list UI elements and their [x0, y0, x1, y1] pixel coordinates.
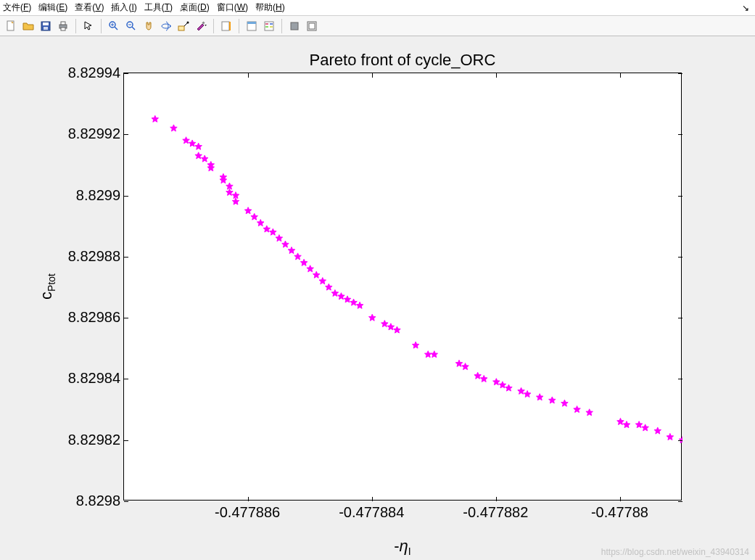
- svg-line-9: [115, 27, 117, 30]
- data-point-star: [257, 220, 264, 226]
- window-corner-icon[interactable]: ↘: [742, 3, 752, 13]
- menubar: 文件(F) 编辑(E) 查看(V) 插入(I) 工具(T) 桌面(D) 窗口(W…: [0, 0, 755, 16]
- data-point-star: [561, 400, 569, 406]
- data-point-star: [623, 421, 630, 428]
- rotate3d-icon[interactable]: [158, 18, 174, 34]
- data-point-star: [319, 278, 326, 284]
- show-tools-icon[interactable]: [304, 18, 320, 34]
- axes-box[interactable]: [123, 73, 682, 501]
- new-file-icon[interactable]: [3, 18, 19, 34]
- svg-rect-6: [61, 22, 65, 25]
- data-point-star: [462, 363, 469, 370]
- menu-window[interactable]: 窗口(W): [217, 1, 248, 14]
- data-point-star: [313, 271, 320, 278]
- x-tick-label: -0.47788: [591, 504, 648, 521]
- save-icon[interactable]: [38, 18, 54, 34]
- y-tick-label: 8.82988: [68, 247, 120, 264]
- x-tick-label: -0.477882: [463, 504, 528, 521]
- data-point-star: [270, 228, 277, 235]
- svg-marker-20: [205, 25, 207, 26]
- toolbar-separator: [101, 19, 102, 33]
- data-point-star: [574, 406, 581, 413]
- data-point-star: [294, 253, 302, 260]
- svg-rect-22: [229, 22, 231, 30]
- toolbar-separator: [213, 19, 214, 33]
- menu-edit[interactable]: 编辑(E): [38, 1, 67, 14]
- figure-canvas[interactable]: Pareto front of cycle_ORC cPtot 8.82988.…: [0, 36, 755, 560]
- data-point-star: [152, 115, 159, 122]
- scatter-layer: [124, 73, 682, 501]
- menu-file[interactable]: 文件(F): [3, 1, 31, 14]
- svg-rect-3: [43, 22, 49, 25]
- y-tick-label: 8.82984: [68, 370, 120, 387]
- data-point-star: [394, 326, 401, 333]
- data-point-star: [586, 409, 593, 416]
- menu-tools[interactable]: 工具(T): [144, 1, 173, 14]
- y-tick-label: 8.82994: [68, 65, 120, 81]
- data-point-star: [506, 384, 513, 391]
- svg-line-13: [132, 27, 135, 30]
- toolbar-separator: [281, 19, 282, 33]
- data-point-star: [326, 284, 333, 290]
- svg-rect-21: [222, 22, 229, 30]
- toolbar-separator: [239, 19, 239, 33]
- data-point-star: [654, 427, 661, 434]
- menu-desktop[interactable]: 桌面(D): [180, 1, 210, 14]
- svg-rect-29: [270, 26, 273, 28]
- svg-rect-24: [247, 22, 256, 24]
- open-file-icon[interactable]: [20, 18, 36, 34]
- data-point-star: [251, 213, 258, 220]
- zoom-out-icon[interactable]: [123, 18, 139, 34]
- y-tick-label: 8.82992: [68, 125, 120, 142]
- menu-help[interactable]: 帮助(H): [255, 1, 285, 14]
- data-point-star: [300, 259, 308, 265]
- data-point-star: [536, 394, 543, 400]
- svg-rect-4: [44, 27, 48, 30]
- toolbar: [0, 16, 755, 36]
- print-icon[interactable]: [55, 18, 71, 34]
- brush-icon[interactable]: [193, 18, 209, 34]
- data-point-star: [667, 434, 674, 440]
- svg-rect-27: [270, 23, 273, 25]
- svg-rect-30: [291, 22, 298, 30]
- data-point-star: [412, 342, 419, 348]
- pan-icon[interactable]: [141, 18, 157, 34]
- data-point-star: [288, 247, 295, 253]
- y-tick-label: 8.82982: [68, 431, 120, 448]
- svg-rect-26: [265, 23, 268, 25]
- data-cursor-icon[interactable]: [176, 18, 191, 34]
- data-point-star: [220, 177, 227, 184]
- data-point-star: [549, 397, 556, 403]
- data-point-star: [431, 351, 438, 358]
- svg-point-18: [187, 21, 189, 23]
- data-point-star: [356, 302, 363, 308]
- data-point-star: [276, 235, 283, 242]
- watermark: https://blog.csdn.net/weixin_43940314: [601, 547, 749, 557]
- data-point-star: [207, 165, 215, 171]
- data-point-star: [368, 314, 376, 321]
- data-point-star: [201, 155, 208, 162]
- data-point-star: [195, 143, 202, 149]
- svg-rect-28: [265, 26, 268, 28]
- data-point-star: [424, 351, 432, 358]
- hide-tools-icon[interactable]: [286, 18, 302, 34]
- data-point-star: [307, 265, 314, 272]
- data-point-star: [480, 375, 487, 382]
- menu-view[interactable]: 查看(V): [75, 1, 104, 14]
- data-point-star: [524, 391, 531, 398]
- y-axis-label: cPtot: [36, 73, 58, 501]
- x-axis-label: -ηI: [123, 537, 682, 557]
- insert-colorbar-icon[interactable]: [218, 18, 234, 34]
- zoom-in-icon[interactable]: [106, 18, 122, 34]
- x-tick-label: -0.477886: [215, 504, 280, 521]
- x-tick-label: -0.477884: [339, 504, 404, 521]
- y-tick-label: 8.82986: [68, 309, 120, 326]
- property-editor-icon[interactable]: [261, 18, 277, 34]
- svg-rect-17: [178, 26, 184, 30]
- y-tick-label: 8.8299: [76, 186, 120, 203]
- data-point-star: [642, 424, 649, 431]
- menu-insert[interactable]: 插入(I): [111, 1, 136, 14]
- pointer-icon[interactable]: [81, 18, 96, 34]
- chart-title: Pareto front of cycle_ORC: [123, 51, 682, 70]
- dock-fig-icon[interactable]: [244, 18, 260, 34]
